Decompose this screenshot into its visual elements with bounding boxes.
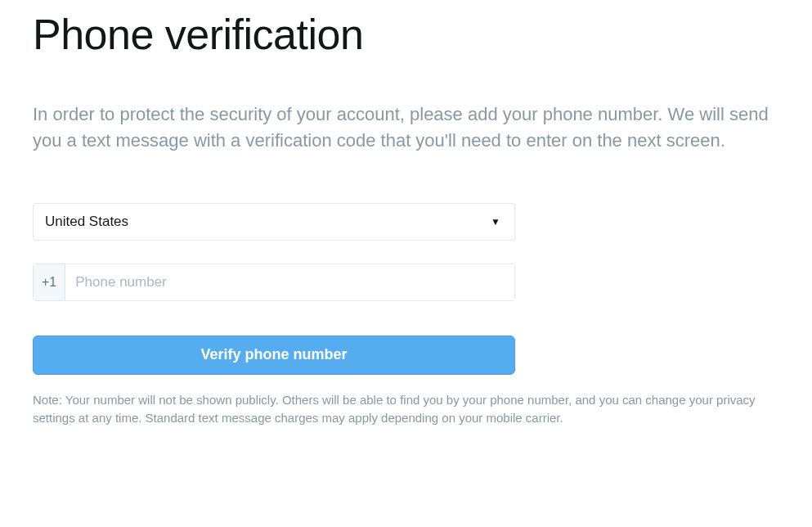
privacy-note: Note: Your number will not be shown publ… bbox=[33, 391, 779, 428]
country-select-wrapper: United States ▼ bbox=[33, 203, 515, 241]
verification-description: In order to protect the security of your… bbox=[33, 101, 779, 154]
phone-number-input[interactable] bbox=[65, 264, 514, 300]
country-select[interactable]: United States bbox=[33, 203, 515, 241]
verify-phone-button[interactable]: Verify phone number bbox=[33, 336, 515, 375]
verification-form: United States ▼ +1 Verify phone number bbox=[33, 203, 515, 391]
phone-input-row: +1 bbox=[33, 264, 515, 301]
page-title: Phone verification bbox=[33, 10, 779, 59]
country-code-prefix: +1 bbox=[34, 264, 65, 300]
